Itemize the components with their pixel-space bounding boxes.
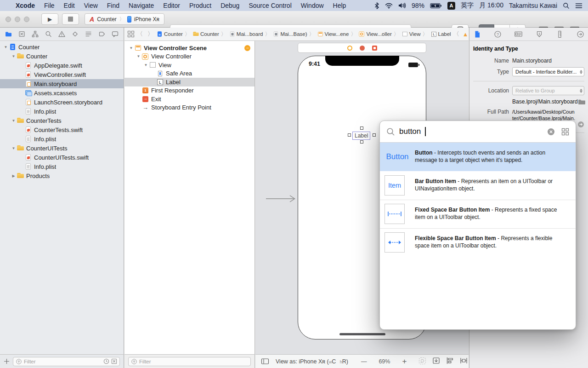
file-row[interactable]: CounterTests.swift	[0, 125, 124, 134]
navigator-tab-symbols[interactable]	[30, 29, 41, 40]
input-source-label[interactable]: 英字	[461, 1, 474, 10]
file-row[interactable]: ▶Products	[0, 171, 124, 180]
menu-file[interactable]: File	[40, 2, 59, 9]
outline-row[interactable]: Label	[124, 78, 254, 86]
jumpbar-segment[interactable]: View...oller	[358, 30, 391, 38]
jumpbar-segment[interactable]: View...ene	[317, 30, 349, 38]
jumpbar-segment[interactable]: Mai...Base)	[272, 30, 307, 38]
file-row[interactable]: Main.storyboard	[0, 79, 124, 88]
inspector-tab-identity[interactable]	[513, 29, 524, 40]
type-select[interactable]: Default - Interface Builder...	[512, 67, 584, 76]
zoom-level[interactable]: 69%	[379, 358, 390, 365]
scheme-selector[interactable]: A Counter 〉 iPhone Xʀ	[85, 13, 164, 25]
disclosure-right-icon[interactable]: ▶	[11, 174, 17, 178]
unsaved-files-icon[interactable]	[111, 358, 117, 364]
menu-product[interactable]: Product	[185, 2, 216, 9]
library-item[interactable]: Fixed Space Bar Button Item - Represents…	[380, 200, 576, 228]
file-row[interactable]: ▼Counter	[0, 52, 124, 61]
resize-knob-bottom[interactable]	[360, 140, 363, 144]
menu-view[interactable]: View	[79, 2, 102, 9]
selected-label-view[interactable]: Label	[352, 132, 370, 140]
update-frames-button[interactable]	[418, 357, 426, 366]
library-view-toggle-icon[interactable]	[561, 128, 569, 136]
menu-debug[interactable]: Debug	[216, 2, 244, 9]
window-zoom-button[interactable]	[24, 17, 29, 22]
window-minimize-button[interactable]	[15, 17, 20, 22]
scene-jump-icon[interactable]	[244, 45, 250, 51]
outline-row[interactable]: Safe Area	[124, 69, 254, 78]
jumpbar-segment[interactable]: Counter	[192, 30, 219, 38]
jumpbar-segment[interactable]: View	[401, 30, 421, 38]
disclosure-down-icon[interactable]: ▼	[136, 54, 141, 58]
menu-source-control[interactable]: Source Control	[244, 2, 296, 9]
file-row[interactable]: Assets.xcassets	[0, 88, 124, 98]
navigator-tab-reports[interactable]	[110, 29, 121, 40]
resize-knob-right[interactable]	[373, 133, 376, 137]
spotlight-search-icon[interactable]	[563, 2, 570, 9]
exit-icon[interactable]	[372, 46, 377, 51]
open-path-icon[interactable]	[577, 121, 584, 128]
location-select[interactable]: Relative to Group	[512, 86, 584, 95]
file-row[interactable]: ViewController.swift	[0, 70, 124, 79]
outline-row[interactable]: ▼View	[124, 61, 254, 69]
outline-row[interactable]: ▼View Controller Scene	[124, 44, 254, 52]
menu-xcode[interactable]: Xcode	[11, 2, 40, 9]
navigator-tab-debug[interactable]	[83, 29, 94, 40]
choose-location-icon[interactable]	[578, 99, 586, 105]
related-items-icon[interactable]	[127, 30, 135, 38]
view-as-label[interactable]: View as: iPhone Xʀ (wC hR)	[276, 358, 348, 365]
zoom-out-button[interactable]: —	[361, 358, 367, 365]
window-close-button[interactable]	[6, 17, 11, 22]
stop-button[interactable]	[62, 13, 79, 25]
library-search-input[interactable]: button	[399, 127, 421, 136]
wifi-icon[interactable]	[385, 3, 393, 9]
menu-editor[interactable]: Editor	[158, 2, 185, 9]
outline-row[interactable]: Exit	[124, 95, 254, 104]
outline-filter-field[interactable]	[128, 357, 251, 366]
previous-issue-button[interactable]: 〈	[453, 30, 459, 38]
outline-row[interactable]: ▼View Controller	[124, 52, 254, 61]
device-bezels-icon[interactable]	[261, 358, 269, 365]
menu-navigate[interactable]: Navigate	[124, 2, 158, 9]
recent-files-icon[interactable]	[103, 358, 109, 364]
outline-filter-input[interactable]	[139, 359, 248, 364]
menubar-user[interactable]: Takamitsu Kawai	[509, 2, 557, 9]
library-item[interactable]: Flexible Space Bar Button Item - Represe…	[380, 228, 576, 257]
navigator-tab-breakpoints[interactable]	[96, 29, 107, 40]
inspector-tab-attributes[interactable]	[534, 29, 545, 40]
navigator-tab-project[interactable]	[3, 29, 14, 40]
navigator-tab-find[interactable]	[43, 29, 54, 40]
outline-row[interactable]: Storyboard Entry Point	[124, 104, 254, 112]
file-row[interactable]: Info.plist	[0, 134, 124, 144]
embed-button[interactable]	[432, 357, 440, 366]
outline-row[interactable]: First Responder	[124, 86, 254, 95]
menubar-clock[interactable]: 月 16:00	[479, 1, 503, 10]
library-item[interactable]: ItemBar Button Item - Represents an item…	[380, 171, 576, 200]
volume-icon[interactable]	[398, 2, 406, 9]
jumpbar-segment[interactable]: Label	[430, 30, 451, 38]
disclosure-down-icon[interactable]: ▼	[11, 146, 17, 150]
library-item[interactable]: ButtonButton - Intercepts touch events a…	[380, 143, 576, 171]
add-constraints-button[interactable]	[460, 357, 468, 366]
disclosure-down-icon[interactable]: ▼	[143, 63, 149, 67]
navigator-filter-field[interactable]	[13, 357, 120, 366]
inspector-tab-file[interactable]	[472, 29, 483, 40]
bluetooth-icon[interactable]	[374, 2, 379, 9]
file-row[interactable]: Info.plist	[0, 107, 124, 116]
menu-edit[interactable]: Edit	[59, 2, 79, 9]
navigator-tab-issues[interactable]	[57, 29, 68, 40]
disclosure-down-icon[interactable]: ▼	[128, 46, 134, 50]
navigator-filter-input[interactable]	[24, 359, 102, 364]
resize-knob-top[interactable]	[360, 126, 363, 130]
align-button[interactable]	[446, 357, 454, 366]
view-controller-icon[interactable]	[347, 46, 352, 51]
disclosure-down-icon[interactable]: ▼	[3, 45, 9, 49]
inspector-tab-quick-help[interactable]: ?	[492, 29, 503, 40]
disclosure-down-icon[interactable]: ▼	[11, 54, 17, 58]
file-row[interactable]: ▼Counter	[0, 42, 124, 52]
jumpbar-segment[interactable]: Mai...board	[228, 30, 263, 38]
zoom-in-button[interactable]: +	[402, 357, 407, 366]
add-item-icon[interactable]	[4, 358, 10, 364]
navigator-tab-source-control[interactable]	[17, 29, 28, 40]
file-row[interactable]: ▼CounterUITests	[0, 144, 124, 153]
